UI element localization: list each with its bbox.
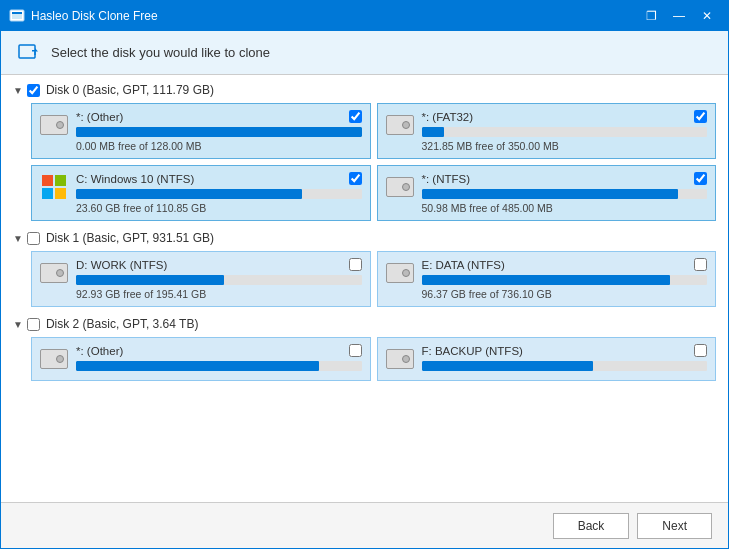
partition-progress-fill: [422, 361, 593, 371]
partition-info: D: WORK (NTFS)92.93 GB free of 195.41 GB: [76, 258, 362, 300]
partition-progress-fill: [422, 275, 670, 285]
page-header: Select the disk you would like to clone: [1, 31, 728, 75]
partition-checkbox[interactable]: [694, 172, 707, 185]
partition-progress-bg: [76, 189, 362, 199]
partition-info: *: (Other)0.00 MB free of 128.00 MB: [76, 110, 362, 152]
disk-header-disk1: ▼Disk 1 (Basic, GPT, 931.51 GB): [13, 231, 716, 245]
partition-card: *: (Other)0.00 MB free of 128.00 MB: [31, 103, 371, 159]
partition-size: 0.00 MB free of 128.00 MB: [76, 140, 362, 152]
partition-name-row: E: DATA (NTFS): [422, 258, 708, 271]
partition-progress-fill: [422, 127, 445, 137]
window-controls: ❐ — ✕: [638, 6, 720, 26]
title-bar: Hasleo Disk Clone Free ❐ — ✕: [1, 1, 728, 31]
hdd-icon: [386, 114, 414, 136]
partition-name: *: (Other): [76, 345, 123, 357]
partition-name-row: *: (Other): [76, 110, 362, 123]
disk-group-disk2: ▼Disk 2 (Basic, GPT, 3.64 TB)*: (Other)F…: [13, 317, 716, 381]
svg-rect-2: [12, 12, 22, 14]
partition-info: F: BACKUP (NTFS): [422, 344, 708, 374]
partition-card: E: DATA (NTFS)96.37 GB free of 736.10 GB: [377, 251, 717, 307]
minimize-button[interactable]: —: [666, 6, 692, 26]
partition-size: 96.37 GB free of 736.10 GB: [422, 288, 708, 300]
partition-progress-bg: [76, 275, 362, 285]
partition-card: D: WORK (NTFS)92.93 GB free of 195.41 GB: [31, 251, 371, 307]
partition-name-row: C: Windows 10 (NTFS): [76, 172, 362, 185]
disk-header-disk2: ▼Disk 2 (Basic, GPT, 3.64 TB): [13, 317, 716, 331]
partition-progress-bg: [422, 189, 708, 199]
partition-card: *: (Other): [31, 337, 371, 381]
partition-name: D: WORK (NTFS): [76, 259, 167, 271]
partition-name-row: *: (NTFS): [422, 172, 708, 185]
partition-name: *: (Other): [76, 111, 123, 123]
disk-checkbox-disk0[interactable]: [27, 84, 40, 97]
partition-name: C: Windows 10 (NTFS): [76, 173, 194, 185]
partition-name: E: DATA (NTFS): [422, 259, 505, 271]
hdd-icon: [386, 348, 414, 370]
partition-checkbox[interactable]: [349, 172, 362, 185]
partition-progress-fill: [76, 127, 362, 137]
partition-name-row: D: WORK (NTFS): [76, 258, 362, 271]
partition-info: C: Windows 10 (NTFS)23.60 GB free of 110…: [76, 172, 362, 214]
partition-size: 23.60 GB free of 110.85 GB: [76, 202, 362, 214]
partition-size: 321.85 MB free of 350.00 MB: [422, 140, 708, 152]
partition-size: 50.98 MB free of 485.00 MB: [422, 202, 708, 214]
partition-card: *: (NTFS)50.98 MB free of 485.00 MB: [377, 165, 717, 221]
hdd-icon: [40, 348, 68, 370]
partition-name: *: (FAT32): [422, 111, 474, 123]
restore-button[interactable]: ❐: [638, 6, 664, 26]
partition-progress-bg: [422, 127, 708, 137]
close-button[interactable]: ✕: [694, 6, 720, 26]
disk-checkbox-disk2[interactable]: [27, 318, 40, 331]
partition-checkbox[interactable]: [694, 258, 707, 271]
windows-icon: [40, 176, 68, 198]
partition-progress-fill: [76, 275, 224, 285]
disk-title-disk1: Disk 1 (Basic, GPT, 931.51 GB): [46, 231, 214, 245]
hdd-icon: [386, 262, 414, 284]
partition-card: C: Windows 10 (NTFS)23.60 GB free of 110…: [31, 165, 371, 221]
disk-group-disk1: ▼Disk 1 (Basic, GPT, 931.51 GB)D: WORK (…: [13, 231, 716, 307]
title-text: Hasleo Disk Clone Free: [31, 9, 638, 23]
partition-checkbox[interactable]: [349, 110, 362, 123]
partition-card: *: (FAT32)321.85 MB free of 350.00 MB: [377, 103, 717, 159]
partition-progress-bg: [422, 361, 708, 371]
hdd-icon: [40, 262, 68, 284]
partition-checkbox[interactable]: [349, 344, 362, 357]
footer: Back Next: [1, 502, 728, 548]
disk-chevron-disk0[interactable]: ▼: [13, 85, 23, 96]
hdd-icon: [40, 114, 68, 136]
header-icon: [17, 41, 41, 65]
partition-info: *: (NTFS)50.98 MB free of 485.00 MB: [422, 172, 708, 214]
back-button[interactable]: Back: [553, 513, 630, 539]
partition-checkbox[interactable]: [349, 258, 362, 271]
disk-header-disk0: ▼Disk 0 (Basic, GPT, 111.79 GB): [13, 83, 716, 97]
partition-progress-fill: [76, 189, 302, 199]
partition-name: *: (NTFS): [422, 173, 471, 185]
partition-card: F: BACKUP (NTFS): [377, 337, 717, 381]
partition-info: E: DATA (NTFS)96.37 GB free of 736.10 GB: [422, 258, 708, 300]
disk-checkbox-disk1[interactable]: [27, 232, 40, 245]
partition-progress-fill: [76, 361, 319, 371]
disk-title-disk0: Disk 0 (Basic, GPT, 111.79 GB): [46, 83, 214, 97]
app-icon: [9, 8, 25, 24]
partition-name-row: *: (FAT32): [422, 110, 708, 123]
partition-checkbox[interactable]: [694, 344, 707, 357]
partition-info: *: (FAT32)321.85 MB free of 350.00 MB: [422, 110, 708, 152]
partitions-grid-disk0: *: (Other)0.00 MB free of 128.00 MB*: (F…: [31, 103, 716, 221]
disk-group-disk0: ▼Disk 0 (Basic, GPT, 111.79 GB)*: (Other…: [13, 83, 716, 221]
hdd-icon: [386, 176, 414, 198]
partition-size: 92.93 GB free of 195.41 GB: [76, 288, 362, 300]
partition-checkbox[interactable]: [694, 110, 707, 123]
partitions-grid-disk1: D: WORK (NTFS)92.93 GB free of 195.41 GB…: [31, 251, 716, 307]
next-button[interactable]: Next: [637, 513, 712, 539]
partition-progress-bg: [76, 361, 362, 371]
partition-name-row: *: (Other): [76, 344, 362, 357]
disk-chevron-disk1[interactable]: ▼: [13, 233, 23, 244]
disk-chevron-disk2[interactable]: ▼: [13, 319, 23, 330]
partition-name-row: F: BACKUP (NTFS): [422, 344, 708, 357]
disk-title-disk2: Disk 2 (Basic, GPT, 3.64 TB): [46, 317, 199, 331]
partition-name: F: BACKUP (NTFS): [422, 345, 523, 357]
partition-info: *: (Other): [76, 344, 362, 374]
partition-progress-bg: [422, 275, 708, 285]
content-area[interactable]: ▼Disk 0 (Basic, GPT, 111.79 GB)*: (Other…: [1, 75, 728, 502]
partitions-grid-disk2: *: (Other)F: BACKUP (NTFS): [31, 337, 716, 381]
